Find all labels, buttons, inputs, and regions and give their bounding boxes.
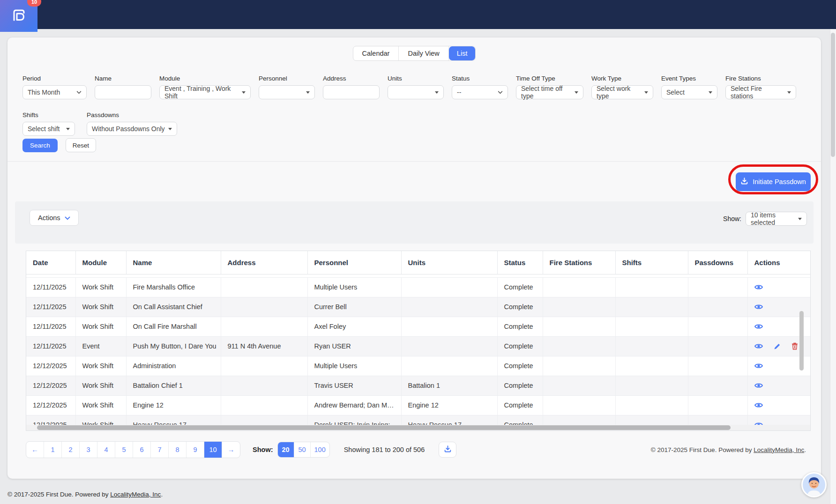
next-page-button[interactable]: → bbox=[222, 442, 240, 458]
cell-shifts bbox=[615, 376, 688, 395]
caret-down-icon bbox=[435, 91, 439, 94]
shifts-field: Shifts Select shift bbox=[22, 111, 75, 136]
cell-units bbox=[401, 356, 497, 376]
table-row[interactable]: 12/11/2025 Work Shift On Call Assistant … bbox=[26, 297, 810, 317]
tab-calendar[interactable]: Calendar bbox=[353, 46, 399, 60]
view-icon[interactable] bbox=[754, 402, 763, 408]
cell-address: 911 N 4th Avenue bbox=[221, 336, 307, 356]
cell-personnel: Multiple Users bbox=[307, 356, 401, 376]
table-vertical-scrollbar[interactable] bbox=[799, 311, 804, 371]
copyright-text: © 2017-2025 First Due. Powered by bbox=[7, 491, 110, 498]
cell-shifts bbox=[615, 395, 688, 415]
page-5-button[interactable]: 5 bbox=[115, 442, 133, 458]
page-size-100-button[interactable]: 100 bbox=[311, 442, 329, 457]
cell-status: Complete bbox=[497, 297, 543, 317]
view-icon[interactable] bbox=[754, 323, 763, 330]
address-input[interactable] bbox=[323, 85, 380, 99]
status-select[interactable]: -- bbox=[452, 85, 508, 99]
cell-shifts bbox=[615, 297, 688, 317]
personnel-dropdown[interactable] bbox=[259, 85, 315, 99]
page-6-button[interactable]: 6 bbox=[133, 442, 151, 458]
status-value: -- bbox=[457, 89, 461, 96]
view-icon[interactable] bbox=[754, 284, 763, 290]
work-type-dropdown[interactable]: Select work type bbox=[591, 85, 653, 99]
actions-dropdown-button[interactable]: Actions bbox=[30, 210, 79, 226]
cell-module: Work Shift bbox=[75, 317, 126, 336]
page-3-button[interactable]: 3 bbox=[80, 442, 97, 458]
table-row[interactable]: 12/12/2025 Work Shift Administration Mul… bbox=[26, 356, 810, 376]
page-7-button[interactable]: 7 bbox=[151, 442, 169, 458]
cell-personnel: Travis USER bbox=[307, 376, 401, 395]
column-header-passdowns[interactable]: Passdowns bbox=[688, 251, 747, 274]
delete-icon[interactable] bbox=[791, 342, 798, 350]
column-header-actions[interactable]: Actions bbox=[747, 251, 810, 274]
column-header-shifts[interactable]: Shifts bbox=[615, 251, 688, 274]
name-input[interactable] bbox=[95, 85, 151, 99]
event-types-dropdown[interactable]: Select bbox=[661, 85, 717, 99]
column-header-status[interactable]: Status bbox=[497, 251, 543, 274]
column-header-name[interactable]: Name bbox=[126, 251, 221, 274]
shifts-dropdown[interactable]: Select shift bbox=[22, 122, 75, 136]
column-header-personnel[interactable]: Personnel bbox=[307, 251, 401, 274]
cell-passdowns bbox=[688, 395, 747, 415]
cell-units: Engine 12 bbox=[401, 395, 497, 415]
units-dropdown[interactable] bbox=[388, 85, 444, 99]
column-header-address[interactable]: Address bbox=[221, 251, 307, 274]
initiate-passdown-button[interactable]: Initiate Passdown bbox=[736, 172, 811, 191]
table-row[interactable]: 12/11/2025 Event Push My Button, I Dare … bbox=[26, 336, 810, 356]
cell-name: On Call Assistant Chief bbox=[126, 297, 221, 317]
page-2-button[interactable]: 2 bbox=[62, 442, 80, 458]
view-icon[interactable] bbox=[754, 343, 763, 349]
cell-module: Work Shift bbox=[75, 395, 126, 415]
filter-buttons: Search Reset bbox=[22, 138, 96, 152]
page-1-button[interactable]: 1 bbox=[44, 442, 62, 458]
module-value: Event , Training , Work Shift bbox=[164, 85, 239, 100]
reset-button[interactable]: Reset bbox=[66, 138, 96, 152]
first-due-logo-icon bbox=[10, 7, 27, 25]
edit-icon[interactable] bbox=[774, 343, 781, 350]
columns-select[interactable]: 10 items selected bbox=[746, 212, 807, 226]
cell-units bbox=[401, 336, 497, 356]
column-header-fire-stations[interactable]: Fire Stations bbox=[543, 251, 615, 274]
column-header-module[interactable]: Module bbox=[75, 251, 126, 274]
cell-date: 12/11/2025 bbox=[26, 336, 75, 356]
status-field: Status -- bbox=[452, 75, 508, 99]
view-icon[interactable] bbox=[754, 382, 763, 389]
cell-fire-stations bbox=[543, 297, 615, 317]
table-row[interactable]: 12/11/2025 Work Shift On Call Fire Marsh… bbox=[26, 317, 810, 336]
export-button[interactable] bbox=[439, 442, 456, 458]
search-button[interactable]: Search bbox=[22, 139, 58, 152]
cell-module: Work Shift bbox=[75, 297, 126, 317]
period-select[interactable]: This Month bbox=[22, 85, 87, 99]
event-types-field: Event Types Select bbox=[661, 75, 717, 99]
table-horizontal-scrollbar[interactable] bbox=[37, 425, 731, 430]
cell-date: 12/11/2025 bbox=[26, 317, 75, 336]
page-8-button[interactable]: 8 bbox=[169, 442, 187, 458]
cell-shifts bbox=[615, 317, 688, 336]
module-dropdown[interactable]: Event , Training , Work Shift bbox=[159, 85, 251, 99]
tab-list[interactable]: List bbox=[449, 46, 476, 60]
page-10-button[interactable]: 10 bbox=[204, 442, 222, 458]
column-header-units[interactable]: Units bbox=[401, 251, 497, 274]
page-4-button[interactable]: 4 bbox=[97, 442, 115, 458]
cell-name: Fire Marshalls Office bbox=[126, 277, 221, 297]
locality-media-link[interactable]: LocalityMedia, Inc bbox=[110, 491, 161, 498]
locality-media-link[interactable]: LocalityMedia, Inc bbox=[754, 446, 804, 453]
page-size-20-button[interactable]: 20 bbox=[278, 442, 294, 457]
tab-daily-view[interactable]: Daily View bbox=[399, 46, 448, 60]
page-scrollbar[interactable] bbox=[831, 33, 835, 157]
prev-page-button[interactable]: ← bbox=[26, 442, 44, 458]
column-header-date[interactable]: Date bbox=[26, 251, 75, 274]
time-off-type-dropdown[interactable]: Select time off type bbox=[516, 85, 583, 99]
fire-stations-dropdown[interactable]: Select Fire stations bbox=[725, 85, 796, 99]
help-chat-avatar[interactable] bbox=[801, 472, 827, 497]
view-icon[interactable] bbox=[754, 304, 763, 310]
passdowns-dropdown[interactable]: Without Passdowns Only bbox=[87, 122, 177, 136]
page-9-button[interactable]: 9 bbox=[187, 442, 204, 458]
table-row[interactable]: 12/11/2025 Work Shift Fire Marshalls Off… bbox=[26, 277, 810, 297]
table-row[interactable]: 12/12/2025 Work Shift Engine 12 Andrew B… bbox=[26, 395, 810, 415]
table-row[interactable]: 12/12/2025 Work Shift Battalion Chief 1 … bbox=[26, 376, 810, 395]
view-icon[interactable] bbox=[754, 363, 763, 369]
page-size-50-button[interactable]: 50 bbox=[294, 442, 311, 457]
notification-badge[interactable]: 10 bbox=[27, 0, 41, 7]
